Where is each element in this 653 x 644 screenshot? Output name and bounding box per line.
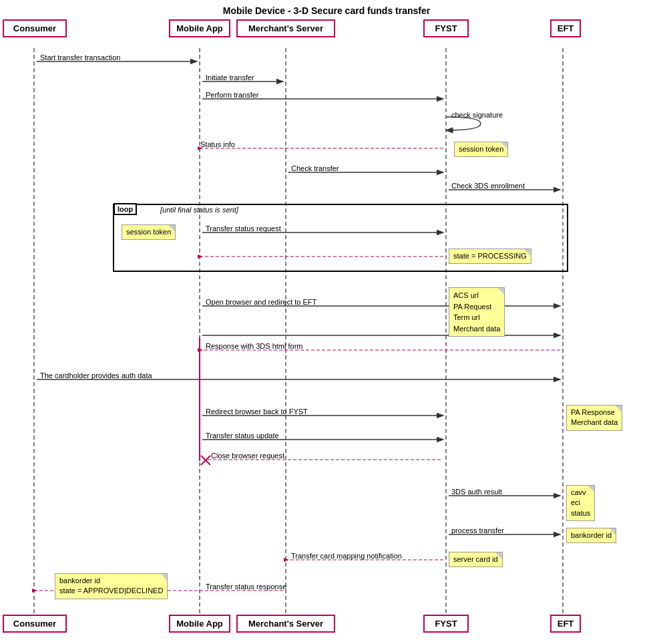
msg-transfer-status-response: Transfer status response — [206, 583, 286, 591]
note-pa-response: PA ResponseMerchant data — [566, 405, 622, 431]
actor-mobileapp-bottom: Mobile App — [169, 615, 230, 633]
actor-fyst-top: FYST — [423, 19, 469, 37]
msg-perform-transfer: Perform transfer — [206, 91, 258, 99]
loop-label: loop — [114, 203, 137, 215]
actor-merchant-bottom: Merchant's Server — [236, 615, 335, 633]
msg-process-transfer: process transfer — [451, 526, 504, 534]
actor-fyst-bottom: FYST — [423, 615, 469, 633]
note-session-token-fyst: session token — [454, 142, 508, 157]
msg-close-browser: Close browser request — [211, 452, 284, 460]
msg-check-3ds: Check 3DS enrollment — [451, 182, 525, 190]
msg-initiate-transfer: Initiate transfer — [206, 73, 254, 82]
loop-condition: [until final status is sent] — [160, 206, 238, 214]
actor-consumer-bottom: Consumer — [3, 615, 67, 633]
diagram: Mobile Device - 3-D Secure card funds tr… — [0, 0, 653, 644]
note-bankorder-state: bankorder idstate = APPROVED|DECLINED — [55, 573, 168, 599]
actor-eft-bottom: EFT — [550, 615, 581, 633]
arrows-svg — [0, 0, 653, 644]
msg-start-transfer: Start transfer transaction — [40, 53, 120, 61]
note-state-processing: state = PROCESSING — [449, 249, 531, 264]
diagram-title: Mobile Device - 3-D Secure card funds tr… — [0, 5, 653, 16]
actor-eft-top: EFT — [550, 19, 581, 37]
note-cavv: cavvecistatus — [566, 485, 595, 521]
actor-merchant-top: Merchant's Server — [236, 19, 335, 37]
note-session-token-loop: session token — [122, 224, 176, 240]
msg-status-info: Status info — [200, 140, 235, 148]
msg-response-3ds: Response with 3DS html form — [206, 342, 303, 350]
msg-open-browser: Open browser and redirect to EFT — [206, 298, 316, 306]
msg-check-signature: check signature — [451, 111, 503, 119]
note-acs-url: ACS urlPA RequestTerm urlMerchant data — [449, 287, 505, 337]
actor-mobileapp-top: Mobile App — [169, 19, 230, 37]
msg-transfer-card-mapping: Transfer card mapping notification — [291, 552, 402, 560]
msg-check-transfer: Check transfer — [291, 164, 339, 172]
msg-redirect-browser: Redirect browser back to FYST — [206, 408, 308, 416]
actor-consumer-top: Consumer — [3, 19, 67, 37]
note-bankorder-id-eft: bankorder id — [566, 528, 616, 543]
svg-line-23 — [201, 456, 210, 465]
msg-cardholder: The cardholder provides auth data — [40, 371, 152, 379]
note-server-card-id: server card id — [449, 552, 503, 567]
msg-transfer-status-req: Transfer status request — [206, 224, 281, 232]
msg-3ds-auth: 3DS auth result — [451, 488, 502, 496]
svg-line-22 — [201, 456, 210, 465]
msg-transfer-status-update: Transfer status update — [206, 432, 279, 440]
